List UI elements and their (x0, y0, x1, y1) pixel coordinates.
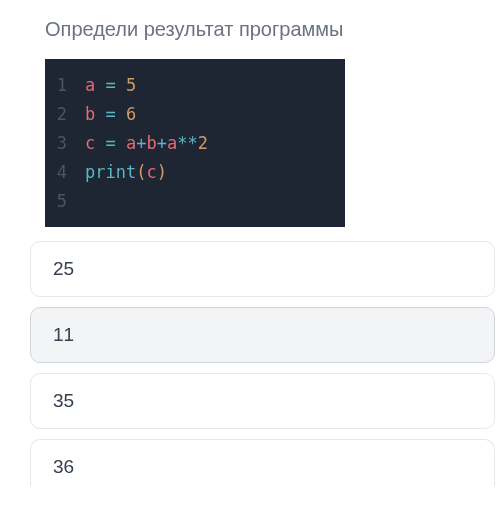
code-block: 1a = 52b = 63c = a+b+a**24print(c)5 (45, 59, 345, 227)
answer-option[interactable]: 11 (30, 307, 495, 363)
code-content: b = 6 (85, 100, 136, 129)
code-content: print(c) (85, 158, 167, 187)
code-line: 5 (45, 187, 345, 216)
quiz-container: Определи результат программы 1a = 52b = … (0, 0, 500, 486)
code-content (85, 187, 95, 216)
options-list: 25113536 (0, 241, 500, 486)
code-line: 3c = a+b+a**2 (45, 129, 345, 158)
line-number: 1 (45, 71, 85, 100)
line-number: 4 (45, 158, 85, 187)
code-content: a = 5 (85, 71, 136, 100)
answer-option[interactable]: 35 (30, 373, 495, 429)
answer-option[interactable]: 25 (30, 241, 495, 297)
code-line: 1a = 5 (45, 71, 345, 100)
code-content: c = a+b+a**2 (85, 129, 208, 158)
line-number: 2 (45, 100, 85, 129)
code-line: 4print(c) (45, 158, 345, 187)
code-line: 2b = 6 (45, 100, 345, 129)
line-number: 5 (45, 187, 85, 216)
line-number: 3 (45, 129, 85, 158)
question-title: Определи результат программы (0, 0, 500, 59)
answer-option[interactable]: 36 (30, 439, 495, 486)
